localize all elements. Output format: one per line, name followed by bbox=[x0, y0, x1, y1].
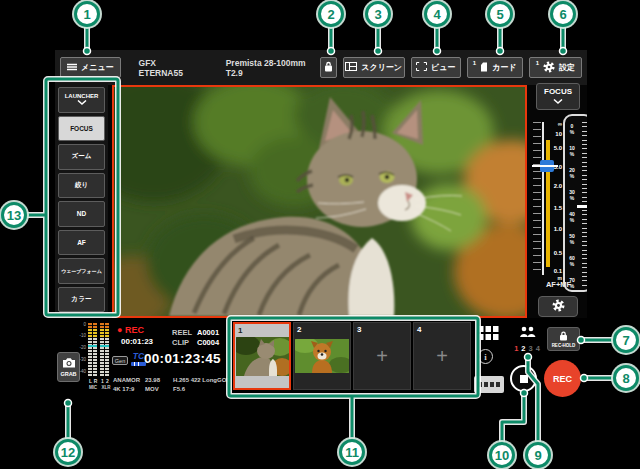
lock-button[interactable] bbox=[320, 57, 337, 78]
cat-thumbnail-image bbox=[236, 337, 289, 380]
focus-settings-button[interactable] bbox=[538, 296, 578, 317]
settings-badge: 1 bbox=[536, 60, 539, 66]
audio-meter-bar bbox=[88, 323, 92, 376]
callout-9: 9 bbox=[525, 442, 551, 468]
chevron-down-icon bbox=[553, 97, 563, 106]
meter-scale-label: -20 bbox=[76, 346, 86, 351]
callout-2: 2 bbox=[318, 1, 344, 27]
camera-app-window: メニュー GFX ETERNA55 Premista 28-100mm T2.9… bbox=[55, 50, 587, 425]
stop-button[interactable] bbox=[510, 365, 537, 392]
format-resolution: 4K 17:9 bbox=[113, 386, 134, 392]
genlock-badge: Gen bbox=[112, 356, 128, 365]
format-container: MOV bbox=[145, 386, 159, 392]
callout-8: 8 bbox=[613, 365, 639, 391]
launcher-label: LAUNCHER bbox=[65, 93, 99, 99]
distance-tick-label: ∞ bbox=[544, 121, 562, 127]
settings-button[interactable]: 1 設定 bbox=[529, 57, 582, 78]
menu-button[interactable]: メニュー bbox=[60, 57, 121, 78]
focus-panel: FOCUS ∞ 10 5.0 3.0 2.0 1.5 1.0 0.5 0.1 m… bbox=[530, 83, 587, 325]
callout-13: 13 bbox=[1, 202, 27, 228]
view-button[interactable]: ビュー bbox=[411, 57, 461, 78]
bottom-status-bar: GRAB 0 -10 -20 -30 -40 L R 1 2 MIC XLR ●… bbox=[55, 318, 587, 425]
camera-thumbnail-2[interactable]: 2 bbox=[293, 322, 351, 390]
focus-mode-dropdown[interactable]: FOCUS bbox=[536, 83, 580, 110]
rec-indicator: ● REC bbox=[117, 325, 144, 335]
meter-reference-mark bbox=[100, 345, 109, 347]
focus-mode-indicator: AF+MF bbox=[530, 280, 587, 289]
format-aperture: F5.6 bbox=[173, 386, 185, 392]
audio-meter-bar bbox=[93, 323, 97, 376]
screen-button[interactable]: スクリーン bbox=[343, 57, 405, 78]
multi-view-button[interactable] bbox=[476, 325, 500, 345]
chevron-down-icon bbox=[77, 100, 87, 106]
callout-1: 1 bbox=[74, 1, 100, 27]
live-view[interactable] bbox=[112, 85, 527, 318]
card-label: カード bbox=[492, 62, 516, 73]
info-button[interactable]: i bbox=[478, 349, 493, 364]
camera-thumbnail-3-add[interactable]: 3 + bbox=[353, 322, 411, 390]
clip-segment-icon bbox=[478, 382, 482, 387]
screen-layout-icon bbox=[345, 62, 357, 73]
timecode-display: 00:01:23:45 bbox=[144, 351, 221, 366]
launcher-sidebar: LAUNCHER FOCUS ズーム 絞り ND AF ウェーブフォーム カラー bbox=[55, 83, 108, 316]
percent-wheel-marker bbox=[577, 205, 587, 208]
gear-icon bbox=[543, 61, 555, 75]
audio-meter-bar bbox=[100, 323, 104, 376]
meter-scale-label: 0 bbox=[76, 323, 86, 328]
format-codec: H.265 422 LongGOP bbox=[173, 377, 230, 383]
launcher-button[interactable]: LAUNCHER bbox=[58, 87, 105, 113]
distance-tick-label: 10 bbox=[544, 131, 562, 137]
distance-tick-label: 0.1 bbox=[544, 268, 562, 274]
distance-tick-label: 2.0 bbox=[544, 183, 562, 189]
callout-10: 10 bbox=[489, 442, 515, 468]
fullscreen-view-icon bbox=[416, 62, 427, 73]
camera-thumbnail-4-add[interactable]: 4 + bbox=[413, 322, 471, 390]
settings-label: 設定 bbox=[559, 62, 575, 73]
sidebar-item-iris[interactable]: 絞り bbox=[58, 173, 105, 199]
meter-scale-label: -30 bbox=[76, 358, 86, 363]
lens-name: Premista 28-100mm T2.9 bbox=[226, 58, 308, 78]
meter-scale-label: -40 bbox=[76, 370, 86, 375]
meter-reference-mark bbox=[88, 345, 97, 347]
percent-wheel-ticks bbox=[582, 122, 587, 286]
meter-scale-label: -10 bbox=[76, 334, 86, 339]
sidebar-item-zoom[interactable]: ズーム bbox=[58, 144, 105, 170]
sidebar-item-af[interactable]: AF bbox=[58, 230, 105, 256]
add-camera-icon: + bbox=[354, 323, 410, 389]
clip-label: CLIP bbox=[172, 338, 189, 347]
camera-thumbnail-strip: 1 2 3 + 4 + bbox=[233, 322, 473, 390]
view-label: ビュー bbox=[431, 62, 455, 73]
format-framerate: 23.98 bbox=[145, 377, 160, 383]
users-icon bbox=[519, 324, 536, 342]
camera-icon bbox=[62, 357, 76, 369]
focus-percent-wheel[interactable]: 0% 10% 20% 30% 40% 50% 60% 70% bbox=[563, 114, 587, 292]
reel-label: REEL bbox=[172, 328, 192, 337]
grab-button[interactable]: GRAB bbox=[57, 352, 80, 382]
sidebar-item-nd[interactable]: ND bbox=[58, 201, 105, 227]
rec-hold-button[interactable]: REC-HOLD bbox=[547, 327, 580, 351]
gear-icon bbox=[552, 298, 565, 316]
callout-11: 11 bbox=[339, 439, 365, 465]
camera-thumbnail-1[interactable]: 1 bbox=[233, 322, 291, 390]
distance-tick-label: 0.5 bbox=[544, 250, 562, 256]
lock-icon bbox=[559, 331, 568, 342]
multicam-selector[interactable]: 1 2 3 4 bbox=[508, 324, 546, 356]
rec-button[interactable]: REC bbox=[544, 360, 581, 397]
callout-3: 3 bbox=[365, 1, 391, 27]
format-anamorphic: ANAMOR bbox=[113, 377, 140, 383]
distance-tick-label: 1.0 bbox=[544, 226, 562, 232]
callout-4: 4 bbox=[424, 1, 450, 27]
sidebar-item-color[interactable]: カラー bbox=[58, 287, 105, 313]
camera-number-indicators: 1 2 3 4 bbox=[514, 344, 540, 353]
clip-list-button[interactable] bbox=[474, 376, 504, 393]
card-slot-badge: 1 bbox=[473, 60, 476, 66]
distance-tick-label: 1.5 bbox=[544, 205, 562, 211]
card-button[interactable]: 1 カード bbox=[467, 57, 523, 78]
hamburger-icon bbox=[67, 63, 77, 73]
callout-5: 5 bbox=[487, 1, 513, 27]
screen-label: スクリーン bbox=[361, 62, 402, 73]
sidebar-item-waveform[interactable]: ウェーブフォーム bbox=[58, 258, 105, 284]
reel-value: A0001 bbox=[197, 328, 219, 337]
rec-elapsed-time: 00:01:23 bbox=[121, 337, 153, 346]
sidebar-item-focus[interactable]: FOCUS bbox=[58, 116, 105, 142]
